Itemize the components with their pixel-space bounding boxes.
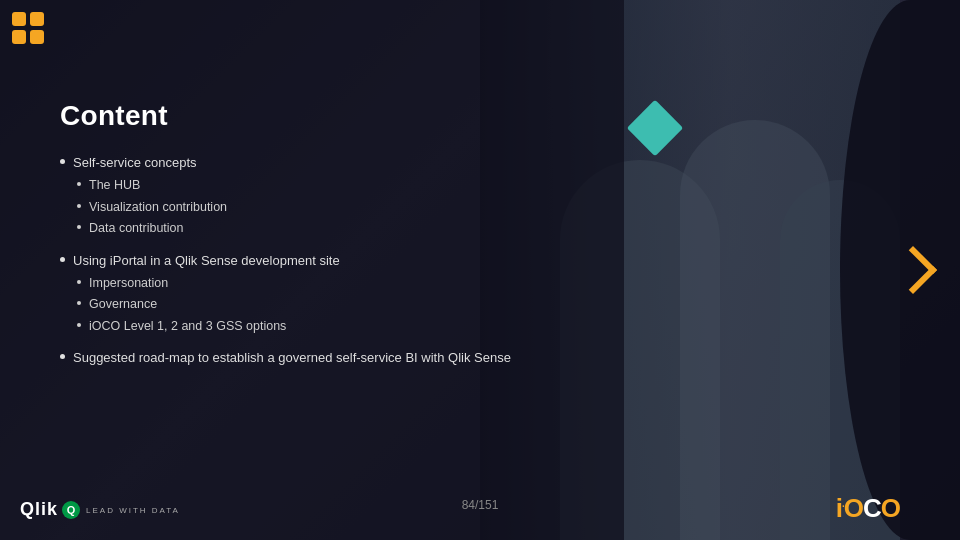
list-item-3-text: Suggested road-map to establish a govern… — [73, 349, 511, 367]
qlik-logo-top — [12, 12, 48, 44]
sub-bullet-1-3 — [77, 225, 81, 229]
bullet-dot-3 — [60, 354, 65, 359]
sub-item-2-1: Impersonation — [77, 275, 340, 293]
qlik-name: Qlik — [20, 499, 58, 520]
content-list: Self-service concepts The HUB Visualizat… — [60, 154, 511, 368]
logo-dot-3 — [12, 30, 26, 44]
sub-item-1-2: Visualization contribution — [77, 199, 227, 217]
sub-item-2-1-text: Impersonation — [89, 275, 168, 293]
ioco-logo: i.OCO — [836, 493, 900, 524]
ioco-c: C — [863, 493, 881, 523]
next-button[interactable] — [888, 245, 938, 295]
slide: Content Self-service concepts The HUB Vi… — [0, 0, 960, 540]
ioco-o1: O — [844, 493, 863, 523]
bullet-dot-2 — [60, 257, 65, 262]
ioco-o2: O — [881, 493, 900, 523]
logo-dot-1 — [12, 12, 26, 26]
sub-item-1-3-text: Data contribution — [89, 220, 184, 238]
sub-bullet-2-2 — [77, 301, 81, 305]
qlik-tagline: LEAD WITH DATA — [86, 506, 180, 515]
bullet-dot-1 — [60, 159, 65, 164]
list-item-2-content: Using iPortal in a Qlik Sense developmen… — [73, 252, 340, 340]
page-number: 84/151 — [462, 498, 499, 512]
sub-bullet-1-2 — [77, 204, 81, 208]
sub-item-1-2-text: Visualization contribution — [89, 199, 227, 217]
sub-item-1-3: Data contribution — [77, 220, 227, 238]
list-item-1-text: Self-service concepts — [73, 155, 197, 170]
list-item-2-text: Using iPortal in a Qlik Sense developmen… — [73, 253, 340, 268]
logo-dot-2 — [30, 12, 44, 26]
logo-dot-4 — [30, 30, 44, 44]
sub-list-1: The HUB Visualization contribution Data … — [77, 177, 227, 238]
sub-bullet-1-1 — [77, 182, 81, 186]
qlik-q-icon: Q — [62, 501, 80, 519]
sub-item-2-3-text: iOCO Level 1, 2 and 3 GSS options — [89, 318, 286, 336]
sub-list-2: Impersonation Governance iOCO Level 1, 2… — [77, 275, 340, 336]
list-item-3: Suggested road-map to establish a govern… — [60, 349, 511, 367]
sub-item-2-2: Governance — [77, 296, 340, 314]
sub-bullet-2-1 — [77, 280, 81, 284]
list-item-2: Using iPortal in a Qlik Sense developmen… — [60, 252, 511, 340]
sub-item-1-1-text: The HUB — [89, 177, 140, 195]
list-item-1: Self-service concepts The HUB Visualizat… — [60, 154, 511, 242]
qlik-q-letter: Q — [67, 504, 76, 516]
sub-bullet-2-3 — [77, 323, 81, 327]
qlik-branding: Qlik Q LEAD WITH DATA — [20, 499, 180, 520]
sub-item-2-2-text: Governance — [89, 296, 157, 314]
main-content: Content Self-service concepts The HUB Vi… — [60, 100, 511, 378]
qlik-logo-bottom: Qlik Q — [20, 499, 80, 520]
slide-title: Content — [60, 100, 511, 132]
sub-item-2-3: iOCO Level 1, 2 and 3 GSS options — [77, 318, 340, 336]
sub-item-1-1: The HUB — [77, 177, 227, 195]
list-item-1-content: Self-service concepts The HUB Visualizat… — [73, 154, 227, 242]
